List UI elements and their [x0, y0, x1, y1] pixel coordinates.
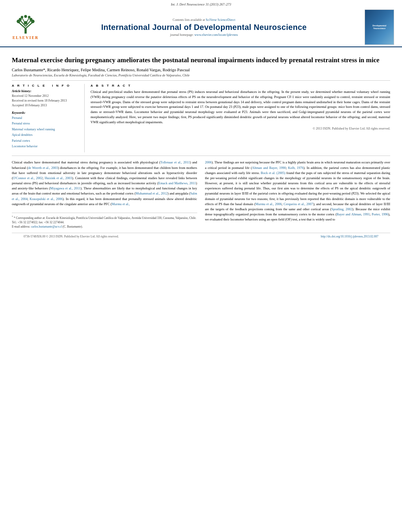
- keywords-label: Keywords:: [12, 111, 80, 115]
- ref-huizink[interactable]: Huizink et al., 2003: [44, 176, 72, 180]
- ref-oconnor[interactable]: O'Connor et al., 2002: [13, 176, 43, 180]
- ref-miyagawa[interactable]: Miyagawa et al., 2011: [50, 186, 80, 190]
- svg-rect-0: [24, 28, 26, 33]
- keywords-list: Prenatal Prenatal stress Maternal volunt…: [12, 115, 80, 149]
- body-para-left: Clinical studies have demonstrated that …: [12, 160, 197, 207]
- journal-main-title: International Journal of Developmental N…: [47, 23, 361, 32]
- cover-title: DevelopmentalNeuroscience: [372, 24, 386, 30]
- homepage-prefix: journal homepage:: [170, 33, 195, 37]
- keyword-5: Parietal cortex: [12, 138, 80, 144]
- abstract-heading: A B S T R A C T: [91, 84, 390, 87]
- body-col-right: 2006). These findings are not surprising…: [205, 160, 391, 229]
- ref-bock[interactable]: Bock et al. (2005): [261, 171, 285, 175]
- footnote-star: * * Corresponding author at: Escuela de …: [12, 215, 197, 220]
- body-col-left: Clinical studies have demonstrated that …: [12, 160, 197, 229]
- history-label: Article history:: [12, 89, 80, 93]
- svg-point-11: [30, 18, 32, 20]
- keyword-6: Locomotor behavior: [12, 144, 80, 149]
- keywords-section: Keywords: Prenatal Prenatal stress Mater…: [12, 111, 80, 149]
- sciverse-prefix: Contents lists available at: [173, 18, 206, 22]
- journal-title-block: Contents lists available at SciVerse Sci…: [43, 18, 365, 37]
- body-text: Clinical studies have demonstrated that …: [12, 160, 390, 229]
- article-title: Maternal exercise during pregnancy ameli…: [12, 56, 390, 65]
- ref-kraszpulski[interactable]: Kraszpulski et al., 2006: [30, 197, 63, 201]
- abstract-text: Clinical and preclinical studies have de…: [91, 89, 390, 124]
- journal-homepage: journal homepage: www.elsevier.com/locat…: [47, 33, 361, 37]
- affiliation: Laboratorio de Neurociencias, Escuela de…: [12, 73, 390, 77]
- elsevier-label: ELSEVIER: [13, 35, 39, 40]
- received-date: Received 12 November 2012: [12, 94, 80, 98]
- ref-muhammad[interactable]: Muhammad et al., 2012: [135, 191, 167, 195]
- elsevier-logo: ELSEVIER: [8, 15, 43, 40]
- article-content: Maternal exercise during pregnancy ameli…: [0, 47, 402, 244]
- svg-point-13: [28, 16, 30, 18]
- article-info-heading: A R T I C L E I N F O: [12, 84, 80, 87]
- copyright: © 2013 ISDN. Published by Elsevier Ltd. …: [91, 127, 390, 130]
- ref-spratling[interactable]: Spratling, 2002: [331, 207, 352, 211]
- journal-header: Int. J. Devl Neuroscience 31 (2013) 267–…: [0, 0, 402, 47]
- ref-murmu-left[interactable]: Murmu et al.,: [112, 202, 130, 206]
- issn-line: 0736-5748/$36.00 © 2013 ISDN. Published …: [24, 235, 119, 238]
- ref-cerqueira[interactable]: Cerqueira et al., 2007: [283, 202, 313, 206]
- sciverse-line: Contents lists available at SciVerse Sci…: [47, 18, 361, 22]
- revised-date: Received in revised form 18 February 201…: [12, 98, 80, 103]
- accepted-date: Accepted 18 February 2013: [12, 103, 80, 108]
- header-content: ELSEVIER Contents lists available at Sci…: [8, 8, 394, 46]
- ref-deweerth[interactable]: de Weerth et al., 2003: [28, 166, 58, 170]
- keyword-2: Prenatal stress: [12, 121, 80, 126]
- homepage-url[interactable]: www.elsevier.com/locate/ijdevneu: [195, 33, 238, 37]
- authors: Carlos Bustamante*, Ricardo Henríquez, F…: [12, 68, 390, 72]
- divider: [12, 80, 390, 81]
- abstract-col: A B S T R A C T Clinical and preclinical…: [91, 84, 390, 152]
- journal-ref-bar: Int. J. Devl Neuroscience 31 (2013) 267–…: [8, 2, 394, 6]
- journal-ref: Int. J. Devl Neuroscience 31 (2013) 267–…: [171, 2, 231, 6]
- body-para-right: 2006). These findings are not surprising…: [205, 160, 391, 222]
- authors-text: Carlos Bustamante*, Ricardo Henríquez, F…: [12, 68, 190, 72]
- sciverse-link[interactable]: SciVerse ScienceDirect: [206, 18, 235, 22]
- keyword-4: Apical dendrites: [12, 132, 80, 138]
- svg-point-10: [19, 18, 22, 20]
- doi-line: http://dx.doi.org/10.1016/j.ijdevneu.201…: [321, 235, 378, 238]
- keyword-1: Prenatal: [12, 115, 80, 121]
- ref-emack[interactable]: Emack and Matthews, 2011: [158, 181, 196, 185]
- ref-murmu2[interactable]: Murmu et al., 2006: [256, 202, 282, 206]
- footnote-tel: Tel.: +56 32 2274022; fax: +56 32 227404…: [12, 220, 197, 224]
- article-info-col: A R T I C L E I N F O Article history: R…: [12, 84, 85, 152]
- ref-murmu-right[interactable]: 2006: [205, 160, 212, 164]
- ref-altman[interactable]: Altman and Bayer, 1990: [252, 166, 286, 170]
- journal-cover-image: DevelopmentalNeuroscience: [365, 9, 394, 45]
- article-info-abstract: A R T I C L E I N F O Article history: R…: [12, 84, 390, 152]
- body-divider: [12, 156, 390, 156]
- page: Int. J. Devl Neuroscience 31 (2013) 267–…: [0, 0, 402, 532]
- svg-point-7: [24, 21, 27, 24]
- doi-link[interactable]: http://dx.doi.org/10.1016/j.ijdevneu.201…: [321, 235, 378, 238]
- svg-point-12: [21, 16, 23, 18]
- ref-bayer-altman[interactable]: Bayer and Altman, 1991: [337, 212, 370, 216]
- ref-kolb[interactable]: Kolb, 1976: [288, 166, 303, 170]
- article-history: Article history: Received 12 November 20…: [12, 89, 80, 108]
- ref-porter[interactable]: Porter, 1996: [372, 212, 388, 216]
- elsevier-tree-icon: [14, 15, 37, 35]
- bottom-bar: 0736-5748/$36.00 © 2013 ISDN. Published …: [12, 233, 390, 240]
- footnote-email: E-mail address: carlos.bustamante@ucv.cl…: [12, 224, 197, 229]
- svg-point-14: [24, 15, 27, 18]
- footnote-email-link[interactable]: carlos.bustamante@ucv.cl: [31, 225, 62, 228]
- ref-tollenaar[interactable]: Tollenaar et al., 2011: [160, 160, 190, 164]
- footnotes: * * Corresponding author at: Escuela de …: [12, 213, 197, 229]
- keyword-3: Maternal voluntary wheel running: [12, 127, 80, 132]
